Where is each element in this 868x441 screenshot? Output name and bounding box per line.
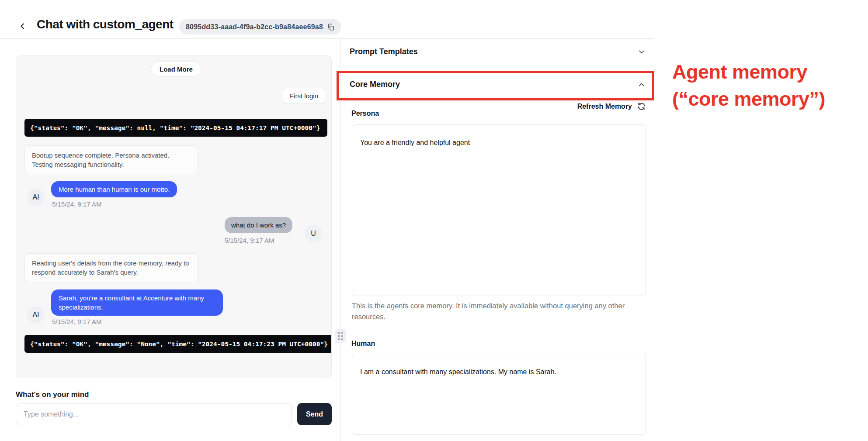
first-login-badge: First login	[283, 88, 325, 104]
agent-id-badge: 8095dd33-aaad-4f9a-b2cc-b9a84aee69a8	[179, 19, 341, 34]
user-message-bubble: what do I work as?	[225, 217, 292, 233]
core-memory-description: This is the agents core memory. It is im…	[352, 300, 632, 322]
system-status-message: {"status": "OK", "message": "None", "tim…	[24, 335, 332, 353]
agent-message-bubble: Sarah, you're a consultant at Accenture …	[51, 289, 223, 316]
load-more-button[interactable]: Load More	[151, 62, 201, 76]
message-input[interactable]	[16, 403, 292, 425]
core-memory-title: Core Memory	[350, 80, 400, 89]
prompt-templates-section-header[interactable]: Prompt Templates	[350, 47, 646, 56]
agent-reasoning-message: Bootup sequence complete. Persona activa…	[24, 145, 198, 174]
header: Chat with custom_agent 8095dd33-aaad-4f9…	[0, 0, 654, 39]
chevron-left-icon	[18, 21, 28, 31]
section-divider	[340, 70, 654, 70]
chevron-up-icon	[637, 80, 646, 89]
user-avatar: U	[305, 225, 322, 242]
app-window: Chat with custom_agent 8095dd33-aaad-4f9…	[0, 0, 868, 441]
human-field-label: Human	[351, 340, 375, 348]
refresh-memory-label: Refresh Memory	[577, 103, 632, 110]
annotation-text: Agent memory (“core memory”)	[672, 59, 825, 113]
prompt-templates-title: Prompt Templates	[350, 47, 418, 56]
persona-textarea[interactable]: You are a friendly and helpful agent	[352, 124, 646, 296]
page-title: Chat with custom_agent	[37, 17, 174, 31]
message-timestamp: 5/15/24, 9:17 AM	[52, 200, 101, 208]
chevron-down-icon	[637, 48, 646, 56]
ai-avatar: AI	[27, 189, 45, 206]
system-status-message: {"status": "OK", "message": null, "time"…	[24, 119, 327, 137]
annotation-line-2: (“core memory”)	[672, 86, 825, 113]
chat-history-panel: Load More First login {"status": "OK", "…	[16, 55, 332, 378]
ai-avatar: AI	[27, 306, 45, 324]
agent-reasoning-message: Reading user's details from the core mem…	[24, 253, 198, 282]
persona-field-label: Persona	[351, 110, 379, 117]
refresh-memory-button[interactable]: Refresh Memory	[568, 102, 646, 111]
send-button[interactable]: Send	[297, 403, 332, 425]
human-textarea[interactable]: I am a consultant with many specializati…	[352, 354, 646, 435]
composer-label: What's on your mind	[16, 390, 89, 399]
annotation-line-1: Agent memory	[672, 59, 825, 86]
core-memory-section-header[interactable]: Core Memory	[350, 80, 646, 89]
panel-resize-handle[interactable]	[335, 329, 346, 343]
back-button[interactable]	[17, 20, 29, 32]
message-timestamp: 5/15/24, 9:17 AM	[225, 237, 274, 244]
refresh-icon	[637, 102, 646, 111]
message-timestamp: 5/15/24, 9:17 AM	[52, 318, 101, 325]
agent-message-bubble: More human than human is our motto.	[51, 181, 177, 197]
agent-id: 8095dd33-aaad-4f9a-b2cc-b9a84aee69a8	[186, 23, 323, 31]
copy-icon[interactable]	[327, 23, 335, 31]
